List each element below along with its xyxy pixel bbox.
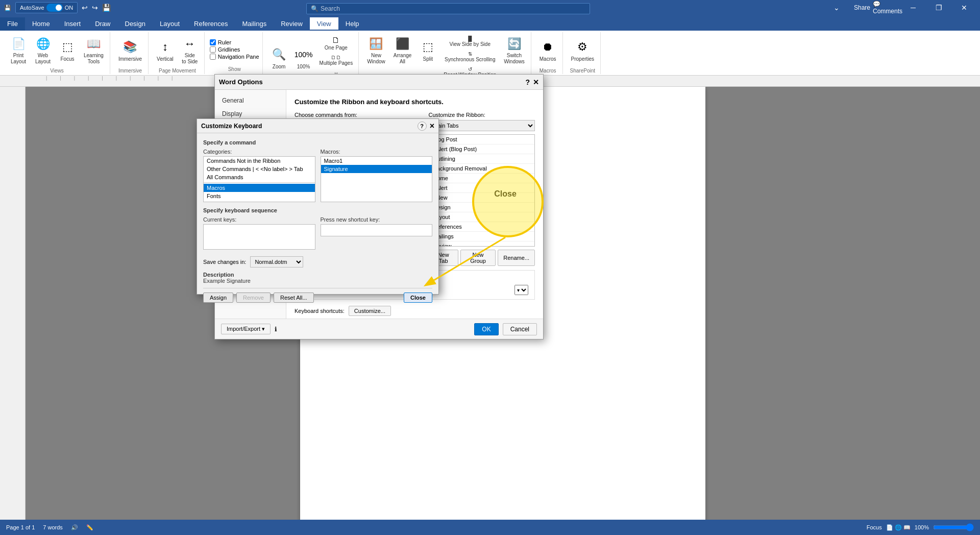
nav-general[interactable]: General <box>215 94 286 107</box>
assign-btn[interactable]: Assign <box>203 293 233 303</box>
close-btn[interactable]: Close <box>404 293 432 303</box>
right-item-alert-blogpost[interactable]: Alert (Blog Post) <box>429 144 535 154</box>
word-options-cancel-btn[interactable]: Cancel <box>503 323 537 335</box>
minimize-btn[interactable]: ─ <box>901 0 925 15</box>
navigation-pane-checkbox[interactable]: Navigation Pane <box>210 54 259 60</box>
link-select[interactable]: ▾ <box>514 285 528 295</box>
macros-btn[interactable]: ⏺ Macros <box>536 34 559 67</box>
right-item-mailings[interactable]: Mailings <box>429 232 535 241</box>
vertical-btn[interactable]: ↕ Vertical <box>154 34 177 67</box>
right-item-bg-removal[interactable]: Background Removal <box>429 164 535 174</box>
page-indicator[interactable]: Page 1 of 1 <box>6 524 35 530</box>
autosave-badge[interactable]: AutoSave ON <box>15 2 78 13</box>
switch-windows-btn[interactable]: 🔄 SwitchWindows <box>501 34 528 67</box>
zoom-100-btn[interactable]: 100% 100% <box>292 42 315 75</box>
tab-home[interactable]: Home <box>25 17 57 31</box>
word-options-ok-btn[interactable]: OK <box>474 323 498 335</box>
customize-kbd-close-icon[interactable]: × <box>430 121 434 131</box>
reset-all-btn[interactable]: Reset All... <box>274 293 314 303</box>
search-input[interactable] <box>321 5 585 12</box>
category-building-blocks[interactable]: Building Blocks <box>204 200 315 202</box>
import-export-help: ℹ <box>275 326 277 333</box>
ruler-checkbox[interactable]: Ruler <box>210 39 259 45</box>
import-export-btn[interactable]: Import/Export ▾ <box>221 324 271 334</box>
synchronous-scrolling-btn[interactable]: ⇅ Synchronous Scrolling <box>441 50 499 64</box>
right-item-alert[interactable]: Alert <box>429 183 535 193</box>
gridlines-checkbox[interactable]: Gridlines <box>210 46 259 53</box>
tab-references[interactable]: References <box>187 17 235 31</box>
category-commands-not-in-ribbon[interactable]: Commands Not in the Ribbon <box>204 157 315 165</box>
new-group-btn[interactable]: New Group <box>460 250 496 266</box>
view-side-by-side-btn[interactable]: ▐▌ View Side by Side <box>441 34 499 48</box>
macros-icon: ⏺ <box>540 39 556 55</box>
customize-kbd-help-btn[interactable]: ? <box>418 121 427 131</box>
save-icon[interactable]: 💾 <box>102 4 111 12</box>
tab-draw[interactable]: Draw <box>88 17 117 31</box>
macro-macro1[interactable]: Macro1 <box>321 157 432 165</box>
focus-btn[interactable]: ⬚ Focus <box>56 34 79 67</box>
immersive-btn[interactable]: 📚 Immersive <box>115 34 145 67</box>
remove-btn[interactable]: Remove <box>236 293 271 303</box>
right-item-new[interactable]: New <box>429 193 535 203</box>
word-count[interactable]: 7 words <box>43 524 63 530</box>
customize-ribbon-select[interactable]: Main Tabs All Tabs Tool Tabs <box>429 120 535 131</box>
word-options-help-btn[interactable]: ? <box>525 78 530 86</box>
right-item-design[interactable]: Design <box>429 203 535 212</box>
save-changes-select[interactable]: Normal.dotm This Document <box>250 256 303 268</box>
tab-insert[interactable]: Insert <box>57 17 88 31</box>
tab-file[interactable]: File <box>0 17 25 31</box>
comments-btn[interactable]: 💬 Comments <box>876 0 899 15</box>
right-item-home[interactable]: Home <box>429 174 535 183</box>
category-all-commands[interactable]: All Commands <box>204 173 315 181</box>
macros-label: Macros: <box>321 149 433 155</box>
right-item-blogpost[interactable]: Blog Post <box>429 135 535 144</box>
side-to-side-btn[interactable]: ↔ Sideto Side <box>179 34 201 67</box>
restore-btn[interactable]: ❐ <box>927 0 950 15</box>
new-shortcut-col: Press new shortcut key: <box>321 216 433 251</box>
word-options-close-btn[interactable]: ✕ <box>533 78 539 86</box>
ribbon-collapse-btn[interactable]: ⌄ <box>825 0 848 15</box>
zoom-btn[interactable]: 🔍 Zoom <box>268 42 290 75</box>
app-close-btn[interactable]: ✕ <box>952 0 976 15</box>
print-layout-btn[interactable]: 📄 PrintLayout <box>7 34 30 67</box>
macros-listbox[interactable]: Macro1 Signature <box>321 156 433 202</box>
zoom-slider[interactable] <box>933 523 974 531</box>
tab-review[interactable]: Review <box>274 17 310 31</box>
autosave-toggle[interactable] <box>46 4 63 12</box>
current-keys-input[interactable] <box>203 224 315 250</box>
categories-separator <box>204 182 315 183</box>
ribbon-listbox[interactable]: Blog Post Alert (Blog Post) Outlining Ba… <box>429 134 535 247</box>
new-shortcut-input[interactable] <box>321 224 433 236</box>
category-other-commands[interactable]: Other Commands | < <No label> > Tab <box>204 165 315 173</box>
focus-btn-status[interactable]: Focus <box>867 524 882 530</box>
tab-help[interactable]: Help <box>338 17 366 31</box>
tab-layout[interactable]: Layout <box>153 17 187 31</box>
tab-design[interactable]: Design <box>118 17 153 31</box>
right-item-review[interactable]: Review <box>429 241 535 247</box>
right-item-references[interactable]: References <box>429 222 535 232</box>
immersive-reader-btn[interactable]: 📖 LearningTools <box>81 34 107 67</box>
properties-btn[interactable]: ⚙ Properties <box>568 34 598 67</box>
tab-view[interactable]: View <box>310 17 338 31</box>
category-macros[interactable]: Macros <box>204 184 315 192</box>
share-btn[interactable]: Share <box>850 0 874 15</box>
word-options-title-label: Word Options <box>219 78 263 86</box>
zoom-group: 🔍 Zoom 100% 100% 🗋 One Page 🗋🗋 Multiple … <box>265 32 359 74</box>
rename-btn[interactable]: Rename... <box>498 250 535 266</box>
multiple-pages-btn[interactable]: 🗋🗋 Multiple Pages <box>317 53 356 67</box>
one-page-btn[interactable]: 🗋 One Page <box>317 34 356 52</box>
right-item-outlining[interactable]: Outlining <box>429 154 535 164</box>
macro-signature[interactable]: Signature <box>321 165 432 173</box>
web-layout-btn[interactable]: 🌐 WebLayout <box>32 34 54 67</box>
new-window-btn[interactable]: 🪟 NewWindow <box>364 34 388 67</box>
split-btn[interactable]: ⬚ Split <box>416 34 439 67</box>
categories-listbox[interactable]: Commands Not in the Ribbon Other Command… <box>203 156 315 202</box>
search-bar[interactable]: 🔍 <box>306 3 590 14</box>
arrange-all-btn[interactable]: ⬛ ArrangeAll <box>390 34 415 67</box>
right-item-layout[interactable]: Layout <box>429 212 535 222</box>
undo-icon[interactable]: ↩ <box>82 4 88 12</box>
command-row: Categories: Commands Not in the Ribbon O… <box>203 149 432 202</box>
category-fonts[interactable]: Fonts <box>204 192 315 200</box>
tab-mailings[interactable]: Mailings <box>235 17 274 31</box>
redo-icon[interactable]: ↪ <box>92 4 98 12</box>
